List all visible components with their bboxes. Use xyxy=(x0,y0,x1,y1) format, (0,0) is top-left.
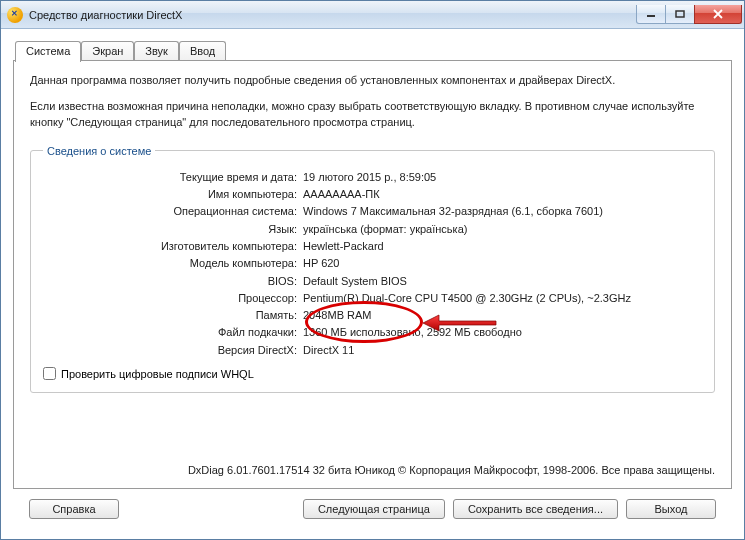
footer-copyright: DxDiag 6.01.7601.17514 32 бита Юникод © … xyxy=(30,458,715,476)
label-pagefile: Файл подкачки: xyxy=(43,325,303,339)
value-directx: DirectX 11 xyxy=(303,343,354,357)
window-controls xyxy=(637,5,742,24)
system-info-group: Сведения о системе Текущие время и дата:… xyxy=(30,145,715,393)
dxdiag-window: Средство диагностики DirectX Система Экр… xyxy=(0,0,745,540)
label-directx: Версия DirectX: xyxy=(43,343,303,357)
row-os: Операционная система: Windows 7 Максимал… xyxy=(43,204,702,218)
label-bios: BIOS: xyxy=(43,274,303,288)
svg-rect-1 xyxy=(676,11,684,17)
label-language: Язык: xyxy=(43,222,303,236)
value-processor: Pentium(R) Dual-Core CPU T4500 @ 2.30GHz… xyxy=(303,291,631,305)
value-model: HP 620 xyxy=(303,256,340,270)
value-memory: 2048MB RAM xyxy=(303,308,371,322)
tab-strip: Система Экран Звук Ввод xyxy=(15,41,732,60)
maximize-button[interactable] xyxy=(665,5,695,24)
whql-checkbox[interactable] xyxy=(43,367,56,380)
help-button[interactable]: Справка xyxy=(29,499,119,519)
tab-input[interactable]: Ввод xyxy=(179,41,226,60)
row-memory: Память: 2048MB RAM xyxy=(43,308,702,322)
row-computer-name: Имя компьютера: АААААААА-ПК xyxy=(43,187,702,201)
svg-rect-0 xyxy=(647,15,655,17)
content-area: Система Экран Звук Ввод Данная программа… xyxy=(1,29,744,539)
label-processor: Процессор: xyxy=(43,291,303,305)
tab-display[interactable]: Экран xyxy=(81,41,134,60)
whql-checkbox-row[interactable]: Проверить цифровые подписи WHQL xyxy=(43,367,702,380)
label-model: Модель компьютера: xyxy=(43,256,303,270)
minimize-button[interactable] xyxy=(636,5,666,24)
annotation-arrow-icon xyxy=(421,309,501,339)
next-page-button[interactable]: Следующая страница xyxy=(303,499,445,519)
whql-label: Проверить цифровые подписи WHQL xyxy=(61,368,254,380)
row-bios: BIOS: Default System BIOS xyxy=(43,274,702,288)
row-model: Модель компьютера: HP 620 xyxy=(43,256,702,270)
titlebar[interactable]: Средство диагностики DirectX xyxy=(1,1,744,29)
button-bar: Справка Следующая страница Сохранить все… xyxy=(13,489,732,531)
dxdiag-icon xyxy=(7,7,23,23)
save-all-button[interactable]: Сохранить все сведения... xyxy=(453,499,618,519)
row-directx: Версия DirectX: DirectX 11 xyxy=(43,343,702,357)
row-processor: Процессор: Pentium(R) Dual-Core CPU T450… xyxy=(43,291,702,305)
value-language: українська (формат: українська) xyxy=(303,222,467,236)
value-datetime: 19 лютого 2015 р., 8:59:05 xyxy=(303,170,436,184)
tab-sound[interactable]: Звук xyxy=(134,41,179,60)
row-language: Язык: українська (формат: українська) xyxy=(43,222,702,236)
tab-system[interactable]: Система xyxy=(15,41,81,62)
value-os: Windows 7 Максимальная 32-разрядная (6.1… xyxy=(303,204,603,218)
label-computer-name: Имя компьютера: xyxy=(43,187,303,201)
value-computer-name: АААААААА-ПК xyxy=(303,187,380,201)
window-title: Средство диагностики DirectX xyxy=(29,9,182,21)
intro-paragraph-2: Если известна возможная причина неполадк… xyxy=(30,99,715,131)
value-manufacturer: Hewlett-Packard xyxy=(303,239,384,253)
label-memory: Память: xyxy=(43,308,303,322)
tab-panel: Данная программа позволяет получить подр… xyxy=(13,60,732,489)
row-manufacturer: Изготовитель компьютера: Hewlett-Packard xyxy=(43,239,702,253)
label-datetime: Текущие время и дата: xyxy=(43,170,303,184)
exit-button[interactable]: Выход xyxy=(626,499,716,519)
value-bios: Default System BIOS xyxy=(303,274,407,288)
label-os: Операционная система: xyxy=(43,204,303,218)
label-manufacturer: Изготовитель компьютера: xyxy=(43,239,303,253)
close-button[interactable] xyxy=(694,5,742,24)
intro-paragraph-1: Данная программа позволяет получить подр… xyxy=(30,73,715,89)
row-datetime: Текущие время и дата: 19 лютого 2015 р.,… xyxy=(43,170,702,184)
intro-text: Данная программа позволяет получить подр… xyxy=(30,73,715,141)
row-pagefile: Файл подкачки: 1360 МБ использовано, 259… xyxy=(43,325,702,339)
system-info-legend: Сведения о системе xyxy=(43,145,155,157)
